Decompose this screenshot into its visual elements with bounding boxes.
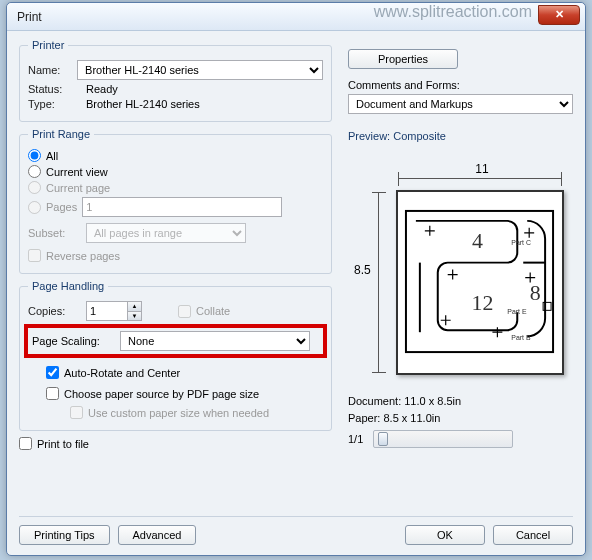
cancel-button[interactable]: Cancel (493, 525, 573, 545)
copies-spinner[interactable]: ▲ ▼ (86, 301, 142, 321)
radio-current-view-label: Current view (46, 166, 108, 178)
document-size: Document: 11.0 x 8.5in (348, 393, 573, 410)
dialog-footer: Printing Tips Advanced OK Cancel (19, 516, 573, 545)
zoom-slider[interactable] (373, 430, 513, 448)
subset-select: All pages in range (86, 223, 246, 243)
page-scaling-select[interactable]: None (120, 331, 310, 351)
radio-pages (28, 201, 41, 214)
printer-name-select[interactable]: Brother HL-2140 series (77, 60, 323, 80)
radio-current-page (28, 181, 41, 194)
svg-text:Part C: Part C (511, 239, 531, 246)
zoom-value: 1/1 (348, 433, 363, 445)
svg-text:4: 4 (472, 229, 483, 253)
collate-label: Collate (196, 305, 230, 317)
preview-height-label: 8.5 (354, 263, 371, 277)
name-label: Name: (28, 64, 71, 76)
status-value: Ready (86, 83, 118, 95)
scaling-label: Page Scaling: (32, 335, 112, 347)
comments-select[interactable]: Document and Markups (348, 94, 573, 114)
dialog-content: Printer Name: Brother HL-2140 series Sta… (7, 31, 585, 555)
reverse-pages-label: Reverse pages (46, 250, 120, 262)
window-title: Print (17, 10, 42, 24)
custom-paper-label: Use custom paper size when needed (88, 407, 269, 419)
preview-title: Preview: Composite (348, 130, 573, 142)
type-value: Brother HL-2140 series (86, 98, 200, 110)
copies-input[interactable] (87, 302, 127, 320)
print-range-group: Print Range All Current view Current pag… (19, 128, 332, 274)
auto-rotate-checkbox[interactable] (46, 366, 59, 379)
printer-group: Printer Name: Brother HL-2140 series Sta… (19, 39, 332, 122)
page-handling-group: Page Handling Copies: ▲ ▼ Collat (19, 280, 332, 431)
status-label: Status: (28, 83, 80, 95)
close-icon: ✕ (555, 8, 564, 20)
auto-rotate-label: Auto-Rotate and Center (64, 367, 180, 379)
paper-size: Paper: 8.5 x 11.0in (348, 410, 573, 427)
print-to-file-label: Print to file (37, 438, 89, 450)
spinner-up-icon[interactable]: ▲ (128, 302, 141, 312)
dim-line-top (398, 178, 562, 179)
slider-thumb[interactable] (378, 432, 388, 446)
svg-text:12: 12 (472, 291, 494, 315)
dim-line-left (378, 192, 379, 373)
range-legend: Print Range (28, 128, 94, 140)
paper-source-checkbox[interactable] (46, 387, 59, 400)
preview-area: 11 8.5 4 Part C 12 (348, 148, 568, 383)
radio-all[interactable] (28, 149, 41, 162)
printing-tips-button[interactable]: Printing Tips (19, 525, 110, 545)
print-to-file-checkbox[interactable] (19, 437, 32, 450)
handling-legend: Page Handling (28, 280, 108, 292)
collate-checkbox (178, 305, 191, 318)
radio-current-view[interactable] (28, 165, 41, 178)
ok-button[interactable]: OK (405, 525, 485, 545)
pages-input (82, 197, 282, 217)
type-label: Type: (28, 98, 80, 110)
close-button[interactable]: ✕ (538, 5, 580, 25)
page-scaling-highlight: Page Scaling: None (24, 324, 327, 358)
paper-source-label: Choose paper source by PDF page size (64, 388, 259, 400)
radio-pages-label: Pages (46, 201, 77, 213)
copies-label: Copies: (28, 305, 80, 317)
advanced-button[interactable]: Advanced (118, 525, 197, 545)
reverse-pages-checkbox (28, 249, 41, 262)
radio-all-label: All (46, 150, 58, 162)
svg-text:Part E: Part E (507, 308, 527, 315)
print-dialog: Print ✕ Printer Name: Brother HL-2140 se… (6, 2, 586, 556)
preview-page: 4 Part C 12 Part E 8 Part B (396, 190, 564, 375)
radio-current-page-label: Current page (46, 182, 110, 194)
custom-paper-checkbox (70, 406, 83, 419)
properties-button[interactable]: Properties (348, 49, 458, 69)
comments-label: Comments and Forms: (348, 79, 573, 91)
watermark-text: www.splitreaction.com (374, 3, 532, 21)
svg-text:8: 8 (530, 281, 541, 305)
printer-legend: Printer (28, 39, 68, 51)
svg-text:Part B: Part B (511, 334, 531, 341)
preview-thumbnail: 4 Part C 12 Part E 8 Part B (398, 192, 562, 373)
spinner-down-icon[interactable]: ▼ (128, 312, 141, 321)
preview-width-label: 11 (400, 162, 564, 176)
subset-label: Subset: (28, 227, 80, 239)
